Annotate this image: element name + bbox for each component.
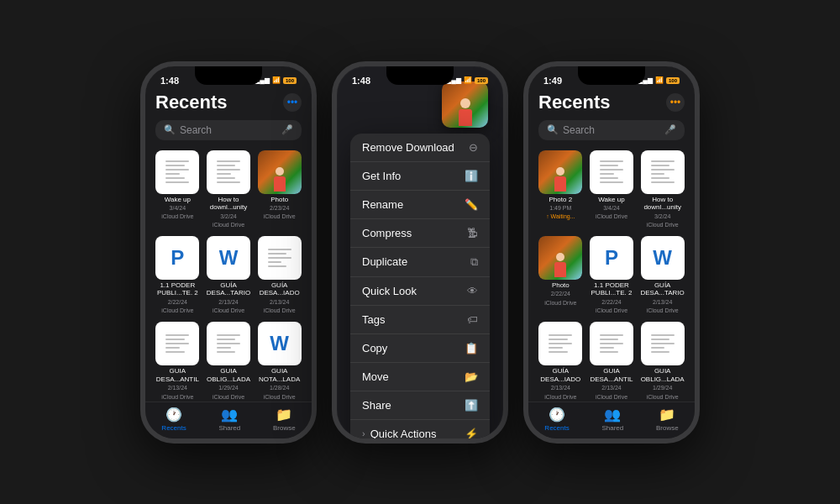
time-left: 1:48 — [160, 76, 179, 86]
file-item-r7[interactable]: GUÍA DESA...IADO 2/13/24 iCloud Drive — [538, 322, 583, 401]
file-item-r4[interactable]: Photo 2/22/24 iCloud Drive — [538, 236, 583, 315]
tab-shared-icon-right: 👥 — [604, 407, 621, 423]
time-middle: 1:48 — [352, 76, 370, 86]
menu-icon-quick-actions: ⚡ — [465, 428, 478, 438]
file-item-r8[interactable]: GUIA DESA...ANTIL 2/13/24 iCloud Drive — [590, 322, 634, 401]
file-meta-6: 2/13/24 — [270, 299, 289, 306]
search-icon-left: 🔍 — [164, 124, 176, 135]
file-name-r7: GUÍA DESA...IADO — [538, 367, 583, 383]
file-item-r1[interactable]: Photo 2 1:49 PM ↑ Waiting... — [538, 150, 583, 229]
menu-item-quick-actions[interactable]: › Quick Actions ⚡ — [350, 420, 490, 438]
search-placeholder-right: Search — [563, 124, 660, 136]
file-item-4[interactable]: P 1.1 PODER PUBLI...TE. 2 2/22/24 iCloud… — [155, 236, 200, 315]
file-source-7: iCloud Drive — [161, 394, 193, 401]
search-placeholder-left: Search — [180, 124, 277, 136]
tab-recents-right[interactable]: 🕐 Recents — [544, 407, 569, 432]
file-meta-r4: 2/22/24 — [551, 291, 570, 297]
file-item-r3[interactable]: How to downl...unity 3/2/24 iCloud Drive — [640, 150, 685, 229]
tab-browse-right[interactable]: 📁 Browse — [656, 407, 679, 432]
menu-label-tags: Tags — [362, 313, 385, 326]
menu-item-move[interactable]: Move 📂 — [350, 363, 490, 391]
tab-shared-left[interactable]: 👥 Shared — [218, 407, 240, 432]
menu-label-move: Move — [362, 370, 389, 383]
file-name-r3: How to downl...unity — [640, 196, 685, 212]
menu-icon-compress: 🗜 — [467, 227, 478, 239]
menu-icon-move: 📂 — [465, 370, 478, 383]
file-item-r9[interactable]: GUIA OBLIG...LADA 1/29/24 iCloud Drive — [640, 322, 685, 401]
menu-label-duplicate: Duplicate — [362, 255, 407, 268]
file-item-3[interactable]: Photo 2/23/24 iCloud Drive — [257, 150, 302, 229]
file-item-9[interactable]: W GUIA NOTA...LADA 1/28/24 iCloud Drive — [257, 322, 302, 401]
title-row-left: Recents ••• — [155, 92, 302, 113]
menu-label-remove-download: Remove Download — [362, 141, 454, 154]
file-meta-r2: 3/4/24 — [603, 205, 619, 212]
status-icons-middle: ▂▄▆ 📶 100 — [446, 76, 488, 84]
menu-item-remove-download[interactable]: Remove Download ⊖ — [350, 134, 490, 162]
file-name-7: GUIA DESA...ANTIL — [155, 367, 200, 383]
menu-chevron-quick-actions: › Quick Actions — [362, 428, 436, 438]
screen-title-right: Recents — [538, 92, 611, 113]
menu-item-share[interactable]: Share ⬆️ — [350, 391, 490, 420]
more-button-left[interactable]: ••• — [283, 93, 302, 112]
file-item-1[interactable]: Wake up 3/4/24 iCloud Drive — [155, 150, 200, 229]
menu-item-tags[interactable]: Tags 🏷 — [350, 306, 490, 334]
notch — [195, 66, 262, 85]
menu-icon-copy: 📋 — [465, 342, 478, 354]
wifi-icon-m: 📶 — [464, 76, 472, 84]
file-source-4: iCloud Drive — [161, 307, 193, 314]
file-item-2[interactable]: How to downl...unity 3/2/24 iCloud Drive — [207, 150, 251, 229]
menu-icon-rename: ✏️ — [465, 198, 478, 211]
menu-item-get-info[interactable]: Get Info ℹ️ — [350, 162, 490, 191]
file-thumb-6 — [258, 236, 302, 280]
menu-item-duplicate[interactable]: Duplicate ⧉ — [350, 248, 490, 277]
tab-recents-label-right: Recents — [544, 424, 569, 432]
file-name-3: Photo — [270, 196, 288, 204]
file-item-8[interactable]: GUIA OBLIG...LADA 1/29/24 iCloud Drive — [207, 322, 251, 401]
file-name-r9: GUIA OBLIG...LADA — [640, 367, 685, 383]
more-button-right[interactable]: ••• — [666, 93, 685, 112]
file-meta-1: 3/4/24 — [170, 205, 186, 212]
file-meta-r8: 2/13/24 — [601, 385, 621, 391]
file-item-r2[interactable]: Wake up 3/4/24 iCloud Drive — [590, 150, 634, 229]
file-name-9: GUIA NOTA...LADA — [257, 367, 302, 383]
letter-w-icon-2: W — [270, 332, 289, 355]
file-item-r5[interactable]: P 1.1 PODER PUBLI...TE. 2 2/22/24 iCloud… — [590, 236, 634, 315]
menu-item-copy[interactable]: Copy 📋 — [350, 334, 490, 363]
battery-middle: 100 — [475, 77, 488, 84]
context-menu: Remove Download ⊖ Get Info ℹ️ Rename ✏️ … — [350, 134, 490, 438]
wifi-icon: 📶 — [272, 76, 281, 84]
menu-label-compress: Compress — [362, 227, 412, 239]
file-source-1: iCloud Drive — [161, 213, 193, 220]
file-source-3: iCloud Drive — [264, 213, 296, 220]
menu-item-rename[interactable]: Rename ✏️ — [350, 191, 490, 219]
mic-icon-right: 🎤 — [664, 124, 676, 135]
menu-item-quick-look[interactable]: Quick Look 👁 — [350, 277, 490, 306]
file-item-7[interactable]: GUIA DESA...ANTIL 2/13/24 iCloud Drive — [155, 322, 200, 401]
file-thumb-2 — [207, 150, 250, 194]
phone-content-right: Recents ••• 🔍 Search 🎤 — [528, 92, 695, 402]
file-item-r6[interactable]: W GUÍA DESA...TARIO 2/13/24 iCloud Drive — [640, 236, 685, 315]
status-icons-left: ▂▄▆ 📶 100 — [255, 76, 297, 84]
tab-browse-left[interactable]: 📁 Browse — [273, 407, 296, 432]
file-meta-r6: 2/13/24 — [653, 299, 672, 306]
file-source-6: iCloud Drive — [264, 307, 296, 314]
search-icon-right: 🔍 — [547, 124, 559, 135]
tab-browse-icon-left: 📁 — [276, 407, 292, 423]
search-bar-left[interactable]: 🔍 Search 🎤 — [155, 120, 302, 140]
file-grid-left: Wake up 3/4/24 iCloud Drive How to downl… — [155, 150, 302, 402]
tab-shared-right[interactable]: 👥 Shared — [601, 407, 623, 432]
file-name-1: Wake up — [165, 196, 191, 204]
file-source-2: iCloud Drive — [213, 222, 244, 228]
file-meta-7: 2/13/24 — [168, 385, 187, 391]
file-item-6[interactable]: GUÍA DESA...IADO 2/13/24 iCloud Drive — [257, 236, 302, 315]
battery-right: 100 — [666, 77, 680, 84]
tab-bar-right: 🕐 Recents 👥 Shared 📁 Browse — [528, 402, 695, 438]
battery-left: 100 — [283, 77, 297, 84]
file-item-5[interactable]: W GUÍA DESA...TARIO 2/13/24 iCloud Drive — [207, 236, 251, 315]
file-source-r8: iCloud Drive — [596, 394, 627, 401]
tab-recents-left[interactable]: 🕐 Recents — [161, 407, 186, 432]
tab-browse-label-left: Browse — [273, 424, 296, 432]
file-thumb-r9 — [641, 322, 685, 365]
search-bar-right[interactable]: 🔍 Search 🎤 — [538, 120, 685, 140]
menu-item-compress[interactable]: Compress 🗜 — [350, 219, 490, 248]
